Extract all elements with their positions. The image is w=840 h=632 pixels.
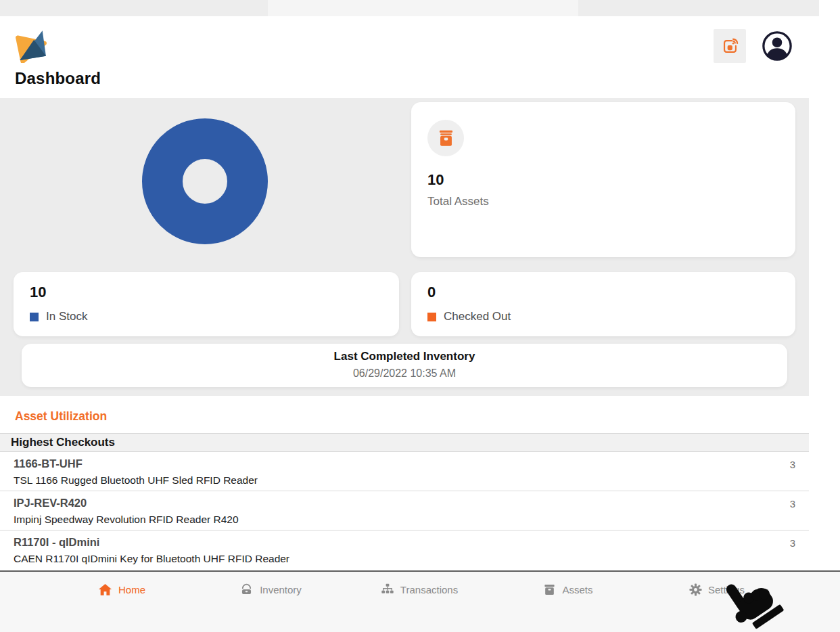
app-header: Dashboard — [0, 16, 809, 98]
transactions-icon — [381, 583, 394, 596]
settings-icon — [689, 583, 702, 596]
asset-row[interactable]: 1166-BT-UHF TSL 1166 Rugged Bluetooth UH… — [0, 452, 809, 491]
asset-description: Impinj Speedway Revolution RFID Reader R… — [14, 514, 795, 526]
last-inventory-card: Last Completed Inventory 06/29/2022 10:3… — [22, 344, 787, 387]
asset-code: IPJ-REV-R420 — [14, 497, 795, 510]
last-inventory-title: Last Completed Inventory — [22, 350, 787, 363]
home-icon — [98, 583, 112, 597]
assets-box-icon — [437, 129, 455, 148]
checked-out-label: Checked Out — [444, 310, 511, 323]
asset-code: R1170I - qIDmini — [14, 536, 795, 549]
last-inventory-datetime: 06/29/2022 10:35 AM — [22, 367, 787, 380]
assets-icon — [543, 583, 556, 596]
tab-assets[interactable]: Assets — [494, 572, 643, 607]
summary-section: 10 Total Assets 10 In Stock 0 Checked Ou… — [0, 98, 809, 396]
profile-button[interactable] — [762, 30, 793, 62]
asset-checkout-count: 3 — [790, 537, 795, 549]
rfid-scan-icon — [721, 37, 739, 55]
app-logo-icon — [14, 28, 47, 63]
tab-transactions-label: Transactions — [400, 584, 458, 595]
total-assets-label: Total Assets — [427, 195, 779, 208]
status-bar-segment — [268, 0, 578, 16]
asset-utilization-section: Asset Utilization Highest Checkouts 1166… — [0, 396, 809, 570]
tab-assets-label: Assets — [562, 584, 592, 595]
tab-inventory[interactable]: Inventory — [196, 572, 345, 607]
in-stock-card[interactable]: 10 In Stock — [14, 272, 399, 336]
tab-settings[interactable]: Settings — [643, 572, 791, 607]
total-assets-card[interactable]: 10 Total Assets — [411, 102, 795, 257]
rfid-scan-button[interactable] — [714, 29, 746, 63]
highest-checkouts-header: Highest Checkouts — [0, 433, 809, 452]
inventory-icon — [239, 583, 254, 597]
tab-settings-label: Settings — [708, 584, 745, 595]
checked-out-legend-swatch — [427, 313, 436, 321]
in-stock-label: In Stock — [46, 310, 87, 323]
tab-transactions[interactable]: Transactions — [345, 572, 494, 607]
bottom-tab-bar: Home Inventory Transactions — [0, 570, 840, 632]
asset-row[interactable]: IPJ-REV-R420 Impinj Speedway Revolution … — [0, 491, 809, 531]
checked-out-value: 0 — [427, 284, 779, 301]
asset-checkout-count: 3 — [790, 459, 795, 470]
status-bar — [0, 0, 819, 16]
donut-chart — [142, 118, 268, 244]
total-assets-value: 10 — [427, 171, 779, 189]
asset-code: 1166-BT-UHF — [14, 457, 795, 470]
in-stock-legend-swatch — [30, 313, 39, 321]
page-title: Dashboard — [15, 69, 101, 88]
checked-out-card[interactable]: 0 Checked Out — [411, 272, 795, 336]
assets-box-icon-circle — [427, 120, 464, 156]
tab-home-label: Home — [118, 584, 145, 595]
profile-icon — [762, 30, 793, 62]
tab-inventory-label: Inventory — [260, 584, 302, 595]
asset-checkout-count: 3 — [790, 498, 795, 510]
asset-description: TSL 1166 Rugged Bluetooth UHF Sled RFID … — [14, 474, 795, 487]
tab-home[interactable]: Home — [47, 572, 196, 607]
asset-row[interactable]: R1170I - qIDmini CAEN R1170I qIDmini Key… — [0, 531, 809, 570]
asset-utilization-heading: Asset Utilization — [15, 409, 809, 424]
in-stock-value: 10 — [30, 284, 383, 301]
asset-description: CAEN R1170I qIDmini Key for Bluetooth UH… — [14, 553, 795, 565]
